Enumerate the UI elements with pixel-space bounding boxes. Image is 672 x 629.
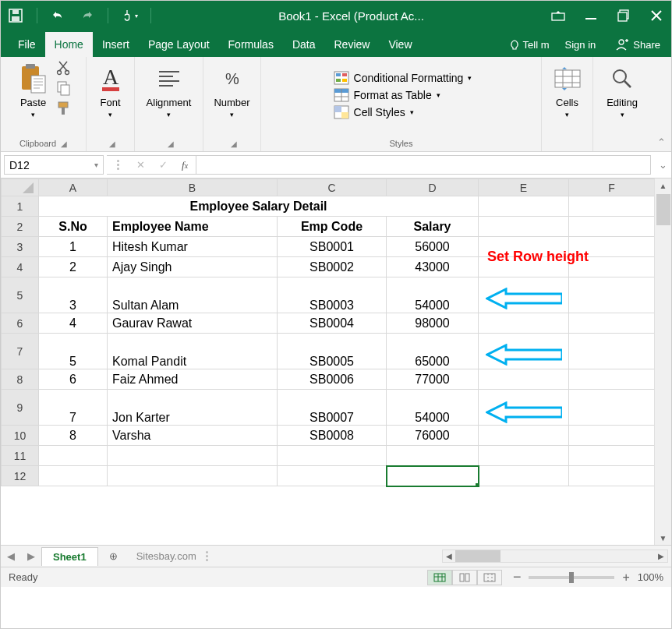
cell[interactable]	[569, 390, 655, 426]
data-cell[interactable]: 76000	[387, 426, 479, 446]
header-cell[interactable]: Emp Code	[278, 217, 387, 237]
data-cell[interactable]: SB0008	[278, 426, 387, 446]
fx-icon[interactable]: fx	[182, 159, 188, 171]
cell[interactable]	[569, 369, 655, 390]
cell[interactable]	[569, 426, 655, 446]
row-header[interactable]: 10	[2, 426, 39, 446]
col-header[interactable]: C	[278, 179, 387, 196]
col-header[interactable]: F	[569, 179, 655, 196]
data-cell[interactable]: 3	[39, 277, 108, 313]
cell[interactable]	[278, 446, 387, 466]
row-header[interactable]: 11	[2, 446, 39, 466]
copy-icon[interactable]	[56, 80, 72, 96]
worksheet-grid[interactable]: A B C D E F 1Employee Salary Detail2S.No…	[1, 178, 671, 545]
data-cell[interactable]: 77000	[387, 369, 479, 390]
editing-group-button[interactable]: Editing▾	[603, 60, 641, 122]
zoom-slider[interactable]	[529, 576, 614, 579]
col-header[interactable]: B	[108, 179, 278, 196]
data-cell[interactable]: 5	[39, 334, 108, 369]
cut-icon[interactable]	[56, 60, 72, 76]
data-cell[interactable]: 65000	[387, 334, 479, 369]
close-icon[interactable]	[648, 7, 665, 24]
ribbon-options-icon[interactable]	[550, 7, 567, 24]
data-cell[interactable]: 43000	[387, 257, 479, 277]
number-group-button[interactable]: % Number▾	[210, 60, 253, 122]
data-cell[interactable]: 8	[39, 426, 108, 446]
data-cell[interactable]: 4	[39, 313, 108, 334]
zoom-out-icon[interactable]: −	[513, 569, 522, 585]
cell[interactable]	[39, 466, 108, 486]
page-layout-view-icon[interactable]	[452, 570, 477, 585]
cancel-formula-icon[interactable]: ✕	[136, 159, 145, 171]
data-cell[interactable]: Gaurav Rawat	[108, 313, 278, 334]
data-cell[interactable]: 54000	[387, 277, 479, 313]
data-cell[interactable]: Komal Pandit	[108, 334, 278, 369]
title-cell[interactable]: Employee Salary Detail	[39, 196, 479, 217]
share-button[interactable]: Share	[603, 32, 671, 57]
data-cell[interactable]: SB0001	[278, 237, 387, 257]
sign-in[interactable]: Sign in	[557, 33, 604, 57]
row-header[interactable]: 8	[2, 369, 39, 390]
data-cell[interactable]: SB0004	[278, 313, 387, 334]
cell[interactable]	[479, 369, 569, 390]
data-cell[interactable]: 98000	[387, 313, 479, 334]
cells-group-button[interactable]: Cells▾	[550, 60, 585, 122]
add-sheet-icon[interactable]: ⊕	[98, 550, 129, 562]
cell[interactable]	[278, 466, 387, 486]
sheet-tab[interactable]: Sheet1	[41, 547, 98, 566]
cell[interactable]	[479, 217, 569, 237]
data-cell[interactable]: SB0006	[278, 369, 387, 390]
cell[interactable]	[569, 277, 655, 313]
data-cell[interactable]: SB0005	[278, 334, 387, 369]
cell[interactable]	[569, 334, 655, 369]
cell[interactable]	[39, 446, 108, 466]
page-break-view-icon[interactable]	[477, 570, 502, 585]
data-cell[interactable]: Hitesh Kumar	[108, 237, 278, 257]
cell[interactable]	[108, 446, 278, 466]
tab-review[interactable]: Review	[325, 32, 380, 57]
col-header[interactable]: D	[387, 179, 479, 196]
row-header[interactable]: 2	[2, 217, 39, 237]
tab-view[interactable]: View	[379, 32, 421, 57]
row-header[interactable]: 6	[2, 313, 39, 334]
cell[interactable]	[569, 196, 655, 217]
zoom-in-icon[interactable]: +	[622, 571, 629, 585]
data-cell[interactable]: 2	[39, 257, 108, 277]
conditional-formatting-button[interactable]: Conditional Formatting ▾	[334, 71, 472, 85]
undo-icon[interactable]	[50, 7, 67, 24]
data-cell[interactable]: SB0003	[278, 277, 387, 313]
vertical-scrollbar[interactable]: ▲ ▼	[654, 178, 671, 545]
cell[interactable]	[569, 217, 655, 237]
tab-pagelayout[interactable]: Page Layout	[139, 32, 219, 57]
sheet-nav-prev-icon[interactable]: ◀	[1, 550, 21, 562]
normal-view-icon[interactable]	[427, 570, 452, 585]
name-box[interactable]: D12▾	[4, 155, 104, 175]
cell-styles-button[interactable]: Cell Styles ▾	[334, 105, 414, 119]
col-header[interactable]: A	[39, 179, 108, 196]
formula-expand-icon[interactable]: ⌄	[654, 152, 671, 178]
save-icon[interactable]	[7, 7, 24, 24]
data-cell[interactable]: 1	[39, 237, 108, 257]
data-cell[interactable]: SB0002	[278, 257, 387, 277]
data-cell[interactable]: 54000	[387, 390, 479, 426]
selected-cell[interactable]	[387, 466, 479, 486]
font-group-button[interactable]: A Font▾	[93, 60, 129, 122]
cell[interactable]	[479, 196, 569, 217]
data-cell[interactable]: Sultan Alam	[108, 277, 278, 313]
data-cell[interactable]: Ajay Singh	[108, 257, 278, 277]
cell[interactable]	[569, 313, 655, 334]
tab-home[interactable]: Home	[45, 32, 93, 57]
row-header[interactable]: 3	[2, 237, 39, 257]
minimize-icon[interactable]	[582, 7, 599, 24]
data-cell[interactable]: SB0007	[278, 390, 387, 426]
header-cell[interactable]: S.No	[39, 217, 108, 237]
row-header[interactable]: 4	[2, 257, 39, 277]
zoom-level[interactable]: 100%	[638, 571, 663, 583]
format-painter-icon[interactable]	[56, 101, 72, 116]
data-cell[interactable]: 6	[39, 369, 108, 390]
tab-formulas[interactable]: Formulas	[219, 32, 283, 57]
data-cell[interactable]: Varsha	[108, 426, 278, 446]
col-header[interactable]: E	[479, 179, 569, 196]
cell[interactable]	[479, 466, 569, 486]
data-cell[interactable]: 56000	[387, 237, 479, 257]
